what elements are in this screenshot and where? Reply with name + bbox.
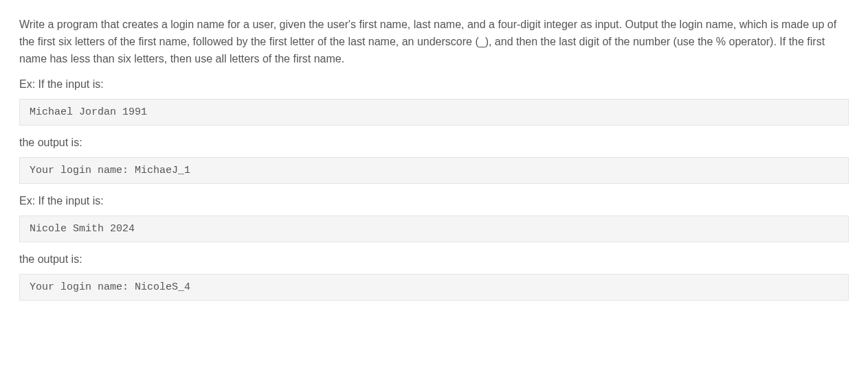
example-output-code: Your login name: NicoleS_4 xyxy=(19,274,849,301)
example-output-code: Your login name: MichaeJ_1 xyxy=(19,157,849,184)
example-output-label: the output is: xyxy=(19,253,849,266)
example-input-code: Michael Jordan 1991 xyxy=(19,99,849,126)
example-input-code: Nicole Smith 2024 xyxy=(19,216,849,242)
problem-description: Write a program that creates a login nam… xyxy=(19,16,849,67)
example-input-label: Ex: If the input is: xyxy=(19,78,849,91)
example-input-label: Ex: If the input is: xyxy=(19,195,849,207)
example-output-label: the output is: xyxy=(19,137,849,149)
